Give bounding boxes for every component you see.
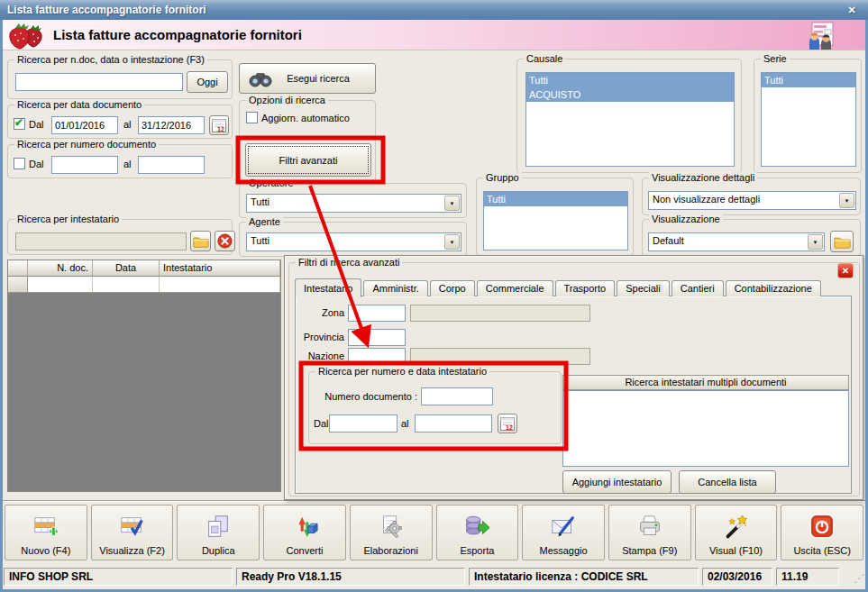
multi-holders-list-header: Ricerca intestatari multipli documenti [562, 375, 849, 390]
chevron-down-icon[interactable]: ▼ [839, 193, 854, 208]
cancella-lista-button[interactable]: Cancella lista [679, 470, 776, 494]
calendar-icon[interactable]: 12 [209, 115, 229, 135]
magic-wand-icon [722, 514, 749, 541]
column-header-ndoc[interactable]: N. doc. [28, 260, 93, 277]
folder-open-icon[interactable] [830, 231, 854, 252]
converti-button[interactable]: Converti [263, 505, 346, 560]
esporta-button[interactable]: Esporta [436, 505, 519, 560]
binoculars-icon [249, 71, 272, 87]
serie-listbox[interactable]: Tutti [761, 72, 856, 167]
causale-group-label: Causale [524, 53, 565, 64]
tab-cantieri[interactable]: Cantieri [672, 280, 724, 296]
page-title: Lista fatture accompagnatorie fornitori [53, 27, 302, 42]
window-border-left [0, 20, 3, 592]
esegui-ricerca-label: Esegui ricerca [287, 73, 350, 84]
tab-contabilizzazione[interactable]: Contabilizzazione [726, 280, 821, 296]
duplicate-docs-icon [205, 514, 232, 541]
search-date-group: Ricerca per data documento ✔ Dal al 12 [7, 105, 233, 139]
vis-dettagli-select[interactable]: Non visualizzare dettagli ▼ [648, 191, 856, 210]
customers-list-icon[interactable] [804, 22, 836, 50]
folder-open-icon[interactable] [190, 231, 211, 251]
serie-group: Serie Tutti [754, 59, 862, 173]
messaggio-button[interactable]: Messaggio [522, 505, 605, 560]
duplica-button[interactable]: Duplica [177, 505, 260, 560]
chevron-down-icon[interactable]: ▼ [808, 234, 823, 250]
tab-speciali[interactable]: Speciali [617, 280, 670, 296]
nazione-description [410, 348, 590, 365]
operatore-select[interactable]: Tutti ▼ [246, 194, 461, 213]
title-bar[interactable]: Lista fatture accompagnatorie fornitori … [0, 0, 868, 20]
intestatario-date-to-input[interactable] [415, 414, 492, 433]
new-grid-icon [32, 514, 59, 541]
tab-intestatario[interactable]: Intestatario [295, 278, 361, 297]
visualizza-button[interactable]: Visualizza (F2) [91, 505, 174, 560]
holder-input[interactable] [15, 232, 187, 250]
row-selector-header[interactable] [8, 260, 28, 277]
provincia-input[interactable] [348, 329, 406, 346]
list-item[interactable]: ACQUISTO [526, 87, 734, 102]
advanced-filters-dialog: Filtri di ricerca avanzati ✕ Intestatari… [284, 255, 863, 500]
auto-update-checkbox[interactable] [246, 112, 258, 123]
gruppo-group-label: Gruppo [483, 172, 522, 183]
date-range-checkbox[interactable]: ✔ [14, 118, 25, 130]
tab-amministr[interactable]: Amministr. [363, 280, 427, 296]
intestatario-date-from-input[interactable] [329, 414, 397, 433]
visual-button[interactable]: Visual (F10) [695, 505, 778, 560]
date-from-input[interactable] [51, 116, 118, 134]
dialog-close-icon[interactable]: ✕ [837, 263, 854, 278]
nuovo-button[interactable]: Nuovo (F4) [5, 505, 87, 560]
column-header-intestatario[interactable]: Intestatario [160, 260, 280, 277]
zona-input[interactable] [348, 305, 406, 322]
al-label: al [401, 418, 409, 429]
gruppo-listbox[interactable]: Tutti [483, 191, 628, 250]
oggi-button[interactable]: Oggi [187, 71, 228, 93]
causale-group: Causale Tutti ACQUISTO [516, 59, 742, 173]
causale-listbox[interactable]: Tutti ACQUISTO [525, 72, 735, 167]
visualizzazione-group-label: Visualizzazione [649, 214, 723, 224]
visualizzazione-select[interactable]: Default ▼ [648, 232, 825, 251]
uscita-button[interactable]: Uscita (ESC) [781, 505, 863, 560]
search-input[interactable] [15, 73, 183, 91]
column-header-data[interactable]: Data [93, 260, 160, 277]
row-selector-cell[interactable] [8, 277, 28, 292]
tab-corpo[interactable]: Corpo [430, 280, 475, 296]
number-to-input[interactable] [138, 156, 205, 174]
list-item[interactable]: Tutti [526, 73, 734, 87]
aggiungi-intestatario-button[interactable]: Aggiungi intestatario [562, 470, 672, 494]
agente-select[interactable]: Tutti ▼ [246, 232, 461, 251]
chevron-down-icon[interactable]: ▼ [444, 196, 460, 211]
tab-commerciale[interactable]: Commerciale [477, 280, 553, 296]
table-row[interactable] [8, 277, 280, 293]
list-item[interactable]: Tutti [484, 192, 627, 206]
numero-documento-input[interactable] [421, 387, 493, 405]
chevron-down-icon[interactable]: ▼ [444, 234, 460, 250]
elaborazioni-button[interactable]: Elaborazioni [350, 505, 433, 560]
nazione-input[interactable] [348, 348, 406, 365]
window-close-icon[interactable]: ✕ [845, 3, 859, 17]
operatore-group-label: Operatore [246, 178, 297, 188]
stampa-button[interactable]: Stampa (F9) [608, 505, 691, 560]
status-date: 02/03/2016 [702, 568, 772, 586]
multi-holders-listbox[interactable] [562, 390, 849, 467]
calendar-icon[interactable]: 12 [498, 414, 517, 433]
tab-trasporto[interactable]: Trasporto [555, 280, 616, 296]
filtri-avanzati-button[interactable]: Filtri avanzati [245, 143, 371, 177]
toolbar-label: Converti [286, 545, 323, 556]
message-envelope-pen-icon [550, 514, 577, 541]
resize-grip[interactable]: ⋰ [854, 572, 863, 585]
number-from-input[interactable] [51, 156, 118, 174]
date-to-input[interactable] [138, 116, 205, 134]
visualizzazione-group: Visualizzazione Default ▼ [642, 219, 861, 257]
number-range-checkbox[interactable] [14, 158, 25, 169]
al-label: al [123, 159, 132, 169]
toolbar-label: Duplica [202, 545, 235, 556]
list-item[interactable]: Tutti [762, 73, 855, 87]
zona-description [410, 305, 590, 322]
esegui-ricerca-button[interactable]: Esegui ricerca [239, 63, 376, 94]
vis-dettagli-value: Non visualizzare dettagli [653, 194, 760, 205]
clear-red-x-icon[interactable] [215, 231, 235, 251]
page-header: Lista fatture accompagnatorie fornitori [3, 20, 865, 50]
numero-data-group-label: Ricerca per numero e data intestatario [315, 366, 489, 377]
visualizzazione-value: Default [653, 235, 684, 246]
numero-documento-label: Numero documento : [316, 391, 417, 402]
